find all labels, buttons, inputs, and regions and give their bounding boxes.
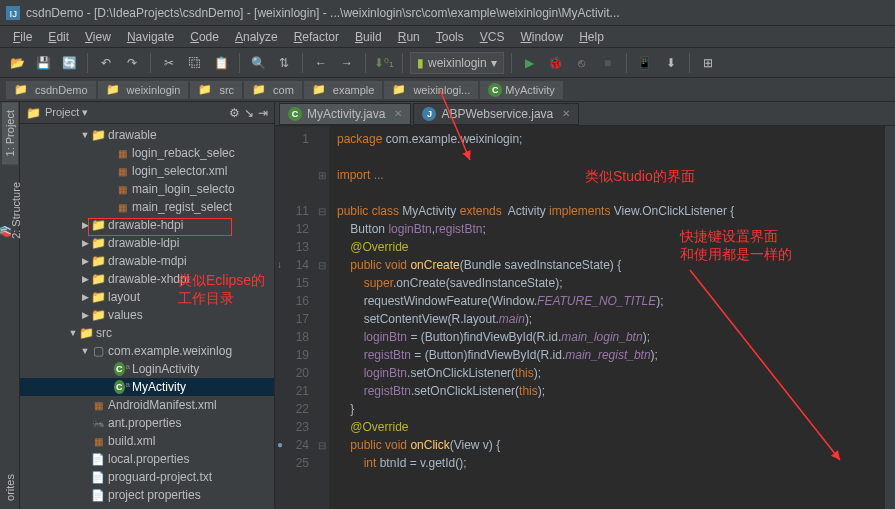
app-icon: IJ [6,6,20,20]
title-bar: IJ csdnDemo - [D:\IdeaProjects\csdnDemo]… [0,0,895,26]
menu-edit[interactable]: Edit [41,28,76,46]
tree-node[interactable]: ▼📁drawable [20,126,274,144]
menu-bar: FileEditViewNavigateCodeAnalyzeRefactorB… [0,26,895,48]
tree-node[interactable]: 🐜ant.properties [20,414,274,432]
avd-icon[interactable]: 📱 [634,52,656,74]
open-icon[interactable]: 📂 [6,52,28,74]
breadcrumb-item[interactable]: 📁csdnDemo [6,81,96,99]
save-icon[interactable]: 💾 [32,52,54,74]
tree-node[interactable]: 📄local.properties [20,450,274,468]
menu-tools[interactable]: Tools [429,28,471,46]
editor-tab[interactable]: CMyActivity.java✕ [279,103,411,125]
folder-icon: 📁 [26,106,41,120]
chevron-down-icon: ▾ [491,56,497,70]
menu-navigate[interactable]: Navigate [120,28,181,46]
tree-node[interactable]: ▦main_login_selecto [20,180,274,198]
editor-area: CMyActivity.java✕JABPWebservice.java✕ 11… [275,102,895,509]
menu-vcs[interactable]: VCS [473,28,512,46]
hide-icon[interactable]: ⇥ [258,106,268,120]
tree-node[interactable]: ▶📁drawable-xhdpi [20,270,274,288]
project-tree[interactable]: ▼📁drawable▦login_reback_selec▦login_sele… [20,124,274,509]
forward-icon[interactable]: → [336,52,358,74]
close-tab-icon[interactable]: ✕ [394,108,402,119]
tree-node[interactable]: ▦build.xml [20,432,274,450]
sdk-icon[interactable]: ⬇ [660,52,682,74]
tree-node[interactable]: ▼▢com.example.weixinlog [20,342,274,360]
android-icon: ▮ [417,56,424,70]
tree-node[interactable]: ▦login_reback_selec [20,144,274,162]
svg-text:IJ: IJ [10,7,18,18]
project-panel-header: 📁 Project ▾ ⚙ ↘ ⇥ [20,102,274,124]
copy-icon[interactable]: ⿻ [184,52,206,74]
toolbar: 📂 💾 🔄 ↶ ↷ ✂ ⿻ 📋 🔍 ⇅ ← → ⬇⁰₁ ▮ weixinlogi… [0,48,895,78]
find-icon[interactable]: 🔍 [247,52,269,74]
debug-icon[interactable]: 🐞 [545,52,567,74]
breadcrumb-bar: 📁csdnDemo📁weixinlogin📁src📁com📁example📁we… [0,78,895,102]
breadcrumb-item[interactable]: 📁weixinlogi... [384,81,478,99]
line-number-gutter: 111121314↓15161718192021222324●25 [275,126,315,509]
cut-icon[interactable]: ✂ [158,52,180,74]
tree-node[interactable]: CaMyActivity [20,378,274,396]
collapse-icon[interactable]: ↘ [244,106,254,120]
menu-analyze[interactable]: Analyze [228,28,285,46]
fold-column[interactable]: ⊞⊟⊟⊟ [315,126,329,509]
redo-icon[interactable]: ↷ [121,52,143,74]
replace-icon[interactable]: ⇅ [273,52,295,74]
stop-icon[interactable]: ■ [597,52,619,74]
structure-icon[interactable]: ⊞ [697,52,719,74]
tree-node[interactable]: ▦main_regist_select [20,198,274,216]
left-tool-strip: 1: Project 📚2: Structure orites [0,102,20,509]
menu-view[interactable]: View [78,28,118,46]
editor-tabs: CMyActivity.java✕JABPWebservice.java✕ [275,102,895,126]
breadcrumb-item[interactable]: 📁weixinlogin [98,81,189,99]
favorites-vtab[interactable]: orites [2,466,18,509]
menu-build[interactable]: Build [348,28,389,46]
editor-tab[interactable]: JABPWebservice.java✕ [413,103,579,125]
project-vtab[interactable]: 1: Project [2,102,18,164]
breadcrumb-item[interactable]: 📁src [190,81,242,99]
run-config-label: weixinlogin [428,56,487,70]
tree-node[interactable]: 📄project properties [20,486,274,504]
project-view-dropdown[interactable]: Project ▾ [45,106,88,119]
tree-node[interactable]: ▶📁drawable-hdpi [20,216,274,234]
breadcrumb-item[interactable]: 📁com [244,81,302,99]
project-panel: 📁 Project ▾ ⚙ ↘ ⇥ ▼📁drawable▦login_rebac… [20,102,275,509]
tree-node[interactable]: ▼📁src [20,324,274,342]
window-title: csdnDemo - [D:\IdeaProjects\csdnDemo] - … [26,6,620,20]
run-config-dropdown[interactable]: ▮ weixinlogin ▾ [410,52,504,74]
sync-icon[interactable]: 🔄 [58,52,80,74]
back-icon[interactable]: ← [310,52,332,74]
vertical-scrollbar[interactable] [885,126,895,509]
tree-node[interactable]: ▶📁layout [20,288,274,306]
undo-icon[interactable]: ↶ [95,52,117,74]
tree-node[interactable]: ▦login_selector.xml [20,162,274,180]
tree-node[interactable]: ▦AndroidManifest.xml [20,396,274,414]
menu-window[interactable]: Window [513,28,570,46]
run-icon[interactable]: ▶ [519,52,541,74]
menu-run[interactable]: Run [391,28,427,46]
tree-node[interactable]: ▶📁values [20,306,274,324]
structure-vtab[interactable]: 📚2: Structure [0,174,24,247]
breadcrumb-item[interactable]: 📁example [304,81,383,99]
menu-file[interactable]: File [6,28,39,46]
attach-icon[interactable]: ⎋ [571,52,593,74]
menu-refactor[interactable]: Refactor [287,28,346,46]
code-editor[interactable]: package com.example.weixinlogin;import .… [329,126,885,509]
menu-code[interactable]: Code [183,28,226,46]
gear-icon[interactable]: ⚙ [229,106,240,120]
tree-node[interactable]: 📄proguard-project.txt [20,468,274,486]
tree-node[interactable]: ▶📁drawable-mdpi [20,252,274,270]
make-icon[interactable]: ⬇⁰₁ [373,52,395,74]
paste-icon[interactable]: 📋 [210,52,232,74]
menu-help[interactable]: Help [572,28,611,46]
breadcrumb-item[interactable]: CMyActivity [480,81,563,99]
tree-node[interactable]: ▶📁drawable-ldpi [20,234,274,252]
close-tab-icon[interactable]: ✕ [562,108,570,119]
tree-node[interactable]: CaLoginActivity [20,360,274,378]
